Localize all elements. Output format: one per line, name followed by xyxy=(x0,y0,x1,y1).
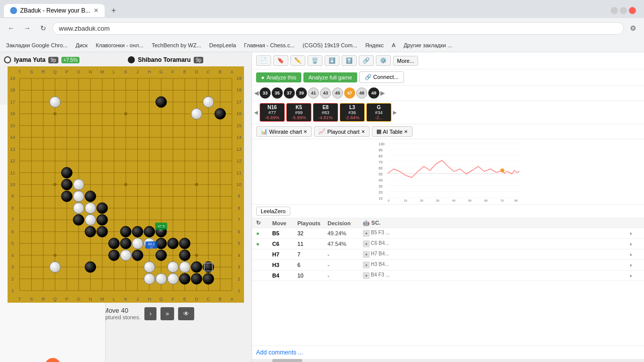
mistake-1[interactable]: K5 #99 -5.89% xyxy=(286,103,311,122)
user-avatar[interactable]: ● xyxy=(45,358,61,362)
ai-table-close[interactable]: ✕ xyxy=(404,129,408,134)
tool-delete-button[interactable]: 🗑️ xyxy=(307,55,323,66)
move-chip-47-active[interactable]: 47 xyxy=(344,87,355,99)
close-window-button[interactable] xyxy=(629,7,636,14)
player-black-info: Iyama Yuta 9p +7.5% xyxy=(4,56,124,63)
seq-arrow-left[interactable]: ◀ xyxy=(254,89,259,97)
move-chip-39[interactable]: 39 xyxy=(296,87,307,99)
move-chip-43[interactable]: 43 xyxy=(320,87,331,99)
row4-expand[interactable]: › xyxy=(630,273,640,279)
move-chip-45[interactable]: 45 xyxy=(332,87,343,99)
bookmark-5[interactable]: Главная - Chess.c... xyxy=(242,41,297,49)
row1-expand[interactable]: › xyxy=(630,241,640,247)
tool-bookmark-button[interactable]: 🔖 xyxy=(273,55,288,66)
move-chip-35[interactable]: 35 xyxy=(272,87,283,99)
move-chip-48[interactable]: 48 xyxy=(356,87,367,99)
bookmark-2[interactable]: Клавогонки - онл... xyxy=(94,41,145,49)
last-move-button[interactable]: » xyxy=(160,307,174,320)
svg-text:G: G xyxy=(159,297,163,302)
mistakes-arrow-right[interactable]: ▶ xyxy=(393,110,397,115)
col-playouts-header: Playouts xyxy=(297,220,328,226)
bookmark-7[interactable]: Яндекс xyxy=(363,41,386,49)
svg-point-46 xyxy=(195,254,198,257)
svg-text:M: M xyxy=(100,297,104,302)
mistake-2[interactable]: E8 #83 -4.81% xyxy=(313,103,338,122)
winrate-chart-button[interactable]: 📊 Winrate chart ✕ xyxy=(256,126,312,137)
playout-chart-button[interactable]: 📈 Playout chart ✕ xyxy=(314,126,369,137)
horizontal-scrollbar[interactable] xyxy=(252,359,644,362)
bookmark-4[interactable]: DeepLeela xyxy=(207,41,238,49)
address-bar[interactable]: www.zbaduk.com xyxy=(52,22,624,35)
scrollbar-thumb[interactable] xyxy=(272,359,302,362)
mistake-4[interactable]: G #34 -2... xyxy=(366,103,391,122)
row1-icon-plus[interactable]: + xyxy=(363,240,370,247)
tool-doc-button[interactable]: 📄 xyxy=(256,55,271,66)
ai-table-row-3[interactable]: H3 6 - + H3 B4... › xyxy=(252,260,644,270)
ai-table-row-2[interactable]: H7 7 - + H7 B4... › xyxy=(252,249,644,260)
winrate-close[interactable]: ✕ xyxy=(303,129,307,134)
row0-expand[interactable]: › xyxy=(630,230,640,236)
bookmark-0[interactable]: Закладки Google Chro... xyxy=(4,41,69,49)
svg-text:11: 11 xyxy=(236,170,242,175)
row4-icon-plus[interactable]: + xyxy=(363,272,370,279)
svg-text:12: 12 xyxy=(236,158,242,163)
go-board[interactable]: TTSSRRQQPPOONNMMLLKKJJHHGGFFEEDDCCBBAA19… xyxy=(8,66,244,303)
analyze-full-button[interactable]: Analyze full game xyxy=(303,72,357,82)
back-button[interactable]: ← xyxy=(4,21,18,35)
svg-point-154 xyxy=(120,226,131,237)
mistake-3[interactable]: L3 #36 -2.84% xyxy=(340,103,365,122)
bookmark-9[interactable]: Другие закладки ... xyxy=(401,41,454,49)
mistake-1-move: #99 xyxy=(295,110,302,115)
svg-point-124 xyxy=(73,179,84,190)
next-move-button[interactable]: › xyxy=(144,307,156,320)
row2-expand[interactable]: › xyxy=(630,251,640,257)
analyze-row: ● Analyze this Analyze full game 🔗 Conne… xyxy=(252,69,644,85)
extensions-button[interactable]: ⚙ xyxy=(626,21,640,35)
add-comments-link[interactable]: Add comments ... xyxy=(256,349,303,356)
connect-button[interactable]: 🔗 Connect... xyxy=(359,71,404,83)
bookmark-6[interactable]: (CGOS) 19x19 Com... xyxy=(301,41,359,49)
svg-point-134 xyxy=(156,274,167,285)
col-decision-header: Decision xyxy=(328,220,363,226)
move-chip-37[interactable]: 37 xyxy=(284,87,295,99)
row2-icon-plus[interactable]: + xyxy=(363,251,370,258)
tool-settings-button[interactable]: ⚙️ xyxy=(376,55,391,66)
svg-text:49.2: 49.2 xyxy=(148,242,155,246)
ai-table-row-4[interactable]: B4 10 - + B4 F3 ... › xyxy=(252,270,644,281)
tool-link-button[interactable]: 🔗 xyxy=(359,55,374,66)
col-refresh-icon[interactable]: ↻ xyxy=(256,220,272,226)
move-chip-41[interactable]: 41 xyxy=(308,87,319,99)
tool-edit-button[interactable]: ✏️ xyxy=(290,55,305,66)
tab-close-button[interactable]: ✕ xyxy=(94,7,99,14)
player-black-score: +7.5% xyxy=(61,57,80,63)
eye-button[interactable]: 👁 xyxy=(178,307,194,320)
mistake-2-pos: E8 xyxy=(323,105,329,110)
row3-expand[interactable]: › xyxy=(630,262,640,268)
ai-table-row-1[interactable]: ● C6 11 47.54% + C6 B4... › xyxy=(252,239,644,249)
mistake-0[interactable]: N16 #77 -6.69% xyxy=(260,103,285,122)
move-chip-49[interactable]: 49 xyxy=(368,87,379,99)
tool-download-button[interactable]: ⬇️ xyxy=(325,55,340,66)
analyze-this-button[interactable]: ● Analyze this xyxy=(256,72,301,82)
move-chip-33[interactable]: 33 xyxy=(260,87,271,99)
bookmark-1[interactable]: Диск xyxy=(73,41,90,49)
bookmark-3[interactable]: TechBench by WZ... xyxy=(149,41,203,49)
active-tab[interactable]: ZBaduk - Review your B... ✕ xyxy=(4,4,105,17)
mistakes-arrow-left[interactable]: ◀ xyxy=(254,110,258,115)
ai-table-row-0[interactable]: ● B5 32 49.24% + B5 F3 ... › xyxy=(252,228,644,239)
maximize-button[interactable] xyxy=(620,7,627,14)
connect-label: Connect... xyxy=(373,74,398,80)
row3-icon-plus[interactable]: + xyxy=(363,261,370,268)
playout-close[interactable]: ✕ xyxy=(361,129,365,134)
forward-button[interactable]: → xyxy=(20,21,34,35)
row0-icon-plus[interactable]: + xyxy=(363,230,370,237)
ai-table-button[interactable]: ▦ AI Table ✕ xyxy=(372,126,413,137)
minimize-button[interactable] xyxy=(611,7,618,14)
tool-upload-button[interactable]: ⬆️ xyxy=(342,55,357,66)
row3-extra: H3 B4... xyxy=(371,261,389,268)
seq-arrow-right[interactable]: ▶ xyxy=(380,89,385,97)
new-tab-button[interactable]: + xyxy=(107,4,121,18)
reload-button[interactable]: ↻ xyxy=(36,21,50,35)
more-button[interactable]: More... xyxy=(393,56,418,66)
bookmark-8[interactable]: А xyxy=(390,41,397,49)
